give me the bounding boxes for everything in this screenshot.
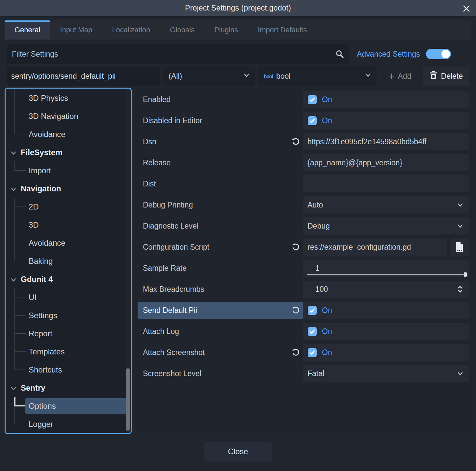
tree-item-baking[interactable]: Baking (6, 252, 131, 270)
filter-settings-input[interactable] (7, 44, 349, 64)
tree-item-label: Options (29, 402, 56, 411)
tree-item-label: Templates (29, 347, 65, 356)
checkbox-cell[interactable]: On (303, 344, 469, 361)
tree-item-shortcuts[interactable]: Shortcuts (6, 361, 131, 379)
tab-import-defaults[interactable]: Import Defaults (248, 20, 317, 40)
tree-item-import[interactable]: Import (6, 161, 131, 180)
checkbox-cell[interactable]: On (303, 302, 469, 319)
checkbox[interactable] (308, 327, 317, 336)
filter-row: Advanced Settings (7, 44, 469, 64)
dropdown-value: Auto (307, 201, 323, 209)
trash-icon (429, 70, 438, 82)
tab-globals[interactable]: Globals (160, 20, 204, 40)
text-field-release[interactable]: {app_name}@{app_version} (303, 154, 469, 171)
tab-input-map[interactable]: Input Map (50, 20, 102, 40)
dropdown-debug-printing[interactable]: Auto (303, 196, 469, 213)
tree-item-filesystem[interactable]: FileSystem (6, 143, 131, 161)
slider-track[interactable] (307, 274, 465, 275)
tree-item-label: Import (29, 166, 51, 175)
tree-item-logger[interactable]: Logger (6, 415, 131, 433)
tree-guide-line (14, 207, 15, 216)
tree-item-label: Navigation (21, 184, 61, 193)
type-dropdown[interactable]: bool bool (258, 67, 377, 86)
checkbox[interactable] (308, 116, 317, 125)
advanced-settings-toggle[interactable] (426, 49, 451, 59)
checkbox-state-label: On (322, 116, 332, 125)
tree-item-ui[interactable]: UI (6, 288, 131, 306)
revert-icon[interactable] (288, 134, 303, 149)
checkbox[interactable] (308, 348, 317, 357)
setting-label: Sample Rate (143, 264, 303, 273)
property-path-input[interactable] (7, 67, 160, 86)
checkbox-cell[interactable]: On (303, 112, 469, 129)
checkbox[interactable] (308, 306, 317, 315)
tree-item-label: Sentry (21, 383, 45, 393)
dropdown-screenshot-level[interactable]: Fatal (303, 365, 469, 382)
tree-guide-line (14, 225, 26, 225)
tree-item-gdunit-4[interactable]: Gdunit 4 (6, 270, 131, 288)
tree-item-navigation[interactable]: Navigation (6, 180, 131, 198)
close-button[interactable]: Close (204, 442, 272, 461)
text-field-dsn[interactable]: https://3f1e095cf2e14598a0bd5b4ff (303, 133, 469, 150)
chevron-down-icon[interactable] (10, 384, 17, 394)
tree-item-avoidance[interactable]: Avoidance (6, 234, 131, 252)
setting-row-configuration-script: Configuration Scriptres://example_config… (135, 238, 469, 256)
spinner-cell[interactable]: 100 (303, 281, 469, 298)
tab-localization[interactable]: Localization (102, 20, 160, 40)
tree-item-label: Shortcuts (29, 365, 62, 374)
tree-scrollbar-thumb[interactable] (126, 368, 130, 431)
tree-item-3d[interactable]: 3D (6, 216, 131, 234)
setting-value-area: {app_name}@{app_version} (303, 154, 469, 171)
revert-icon[interactable] (288, 303, 303, 318)
add-button[interactable]: + Add (382, 67, 418, 86)
tab-general[interactable]: General (5, 20, 50, 40)
dropdown-value: Fatal (307, 369, 324, 378)
tab-plugins[interactable]: Plugins (204, 20, 248, 40)
tree-item-settings[interactable]: Settings (6, 306, 131, 324)
tree-guide-line (14, 107, 15, 116)
tree-guide-line (14, 352, 15, 361)
tree-item-label: Logger (29, 420, 53, 429)
checkbox-cell[interactable]: On (303, 323, 469, 340)
slider-handle[interactable] (464, 272, 467, 277)
delete-button[interactable]: Delete (423, 67, 469, 86)
tree-guide-line (14, 316, 15, 324)
tree-item-avoidance[interactable]: Avoidance (6, 125, 131, 143)
chevron-down-icon[interactable] (10, 276, 17, 285)
setting-value-area: On (303, 344, 469, 361)
category-dropdown[interactable]: (All) (163, 67, 255, 86)
tree-item-templates[interactable]: Templates (6, 343, 131, 361)
setting-label: Dist (143, 180, 303, 188)
tree-item-options[interactable]: Options (6, 397, 131, 415)
tree-item-sentry[interactable]: Sentry (6, 379, 131, 397)
spin-updown-icon[interactable] (456, 285, 464, 294)
tree-guide-line (14, 306, 15, 316)
filter-settings-field (7, 44, 349, 64)
tree-item-2d[interactable]: 2D (6, 198, 131, 216)
tree-item-3d-navigation[interactable]: 3D Navigation (6, 107, 131, 125)
revert-icon[interactable] (288, 240, 303, 254)
revert-icon[interactable] (288, 345, 303, 360)
tree-item-report[interactable]: Report (6, 324, 131, 343)
text-field-configuration-script[interactable]: res://example_configuration.gd (303, 238, 447, 256)
script-file-icon[interactable] (450, 238, 469, 256)
checkbox[interactable] (308, 95, 317, 104)
tree-guide-line (14, 170, 26, 171)
close-icon[interactable] (462, 4, 471, 14)
advanced-settings-label[interactable]: Advanced Settings (357, 50, 420, 59)
tree-guide-line (14, 288, 15, 297)
chevron-down-icon[interactable] (10, 149, 17, 158)
checkbox-cell[interactable]: On (303, 91, 469, 108)
chevron-down-icon[interactable] (10, 185, 17, 194)
tree-item-label: 3D Navigation (29, 112, 78, 121)
setting-value-area: Debug (303, 217, 469, 235)
text-field-dist[interactable] (303, 175, 469, 192)
dropdown-diagnostic-level[interactable]: Debug (303, 217, 469, 235)
setting-label: Send Default Pii (143, 306, 288, 315)
tree-item-3d-physics[interactable]: 3D Physics (6, 89, 131, 107)
slider-cell[interactable]: 1 (303, 260, 469, 277)
tree-guide-line (14, 370, 26, 370)
setting-label: Dsn (143, 137, 288, 146)
chevron-down-icon (364, 71, 372, 81)
category-value: (All) (169, 72, 182, 81)
